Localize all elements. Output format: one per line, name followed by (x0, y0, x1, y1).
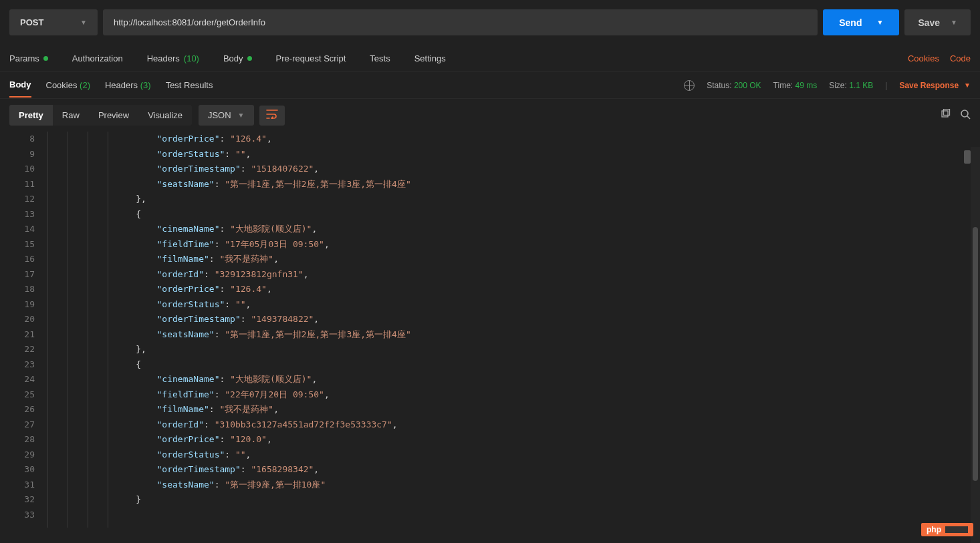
view-visualize[interactable]: Visualize (138, 105, 192, 126)
view-preview[interactable]: Preview (89, 105, 138, 126)
save-label: Save (918, 17, 940, 28)
response-body[interactable]: 8910111213141516171819202122232425262728… (0, 132, 980, 528)
tab-settings[interactable]: Settings (414, 53, 446, 63)
size-label: Size: (829, 81, 847, 90)
send-button[interactable]: Send ▼ (823, 9, 899, 35)
tab-params[interactable]: Params (9, 53, 48, 63)
copy-icon[interactable] (940, 109, 951, 122)
size-value: 1.1 KB (849, 81, 873, 90)
method-select[interactable]: POST ▼ (9, 9, 98, 35)
dot-icon (43, 56, 48, 61)
line-gutter: 8910111213141516171819202122232425262728… (0, 132, 47, 528)
cookies-link[interactable]: Cookies (908, 53, 939, 63)
response-tabs: Body Cookies (2) Headers (3) Test Result… (0, 71, 980, 98)
request-tabs: Params Authorization Headers (10) Body P… (0, 45, 980, 71)
format-select[interactable]: JSON ▼ (199, 105, 254, 126)
save-button[interactable]: Save ▼ (904, 9, 971, 35)
chevron-down-icon: ▼ (964, 81, 971, 89)
scrollbar-thumb[interactable] (973, 227, 978, 481)
svg-line-3 (967, 116, 970, 119)
chevron-down-icon[interactable]: ▼ (876, 19, 883, 26)
tab-body[interactable]: Body (223, 53, 252, 63)
time-label: Time: (773, 81, 793, 90)
resp-tab-body[interactable]: Body (9, 73, 31, 98)
chevron-down-icon: ▼ (80, 19, 87, 26)
svg-point-2 (961, 110, 968, 117)
search-icon[interactable] (960, 109, 971, 122)
chevron-down-icon[interactable]: ▼ (951, 19, 957, 26)
code-link[interactable]: Code (950, 53, 971, 63)
wrap-icon (266, 110, 278, 119)
method-label: POST (20, 17, 43, 27)
send-label: Send (839, 17, 862, 28)
status-label: Status: (707, 81, 731, 90)
code-content[interactable]: "orderPrice": "126.4", "orderStatus": ""… (47, 132, 980, 528)
resp-tab-headers[interactable]: Headers (3) (105, 73, 151, 97)
wrap-button[interactable] (259, 106, 285, 126)
tab-headers[interactable]: Headers (10) (147, 53, 199, 63)
url-input[interactable] (103, 9, 818, 35)
resp-tab-cookies[interactable]: Cookies (2) (46, 73, 90, 97)
svg-rect-1 (944, 109, 950, 115)
watermark: php (921, 523, 973, 536)
save-response-button[interactable]: Save Response▼ (899, 81, 971, 90)
tab-authorization[interactable]: Authorization (72, 53, 123, 63)
minimap-handle[interactable] (964, 150, 971, 164)
time-value: 49 ms (795, 81, 818, 90)
view-bar: Pretty Raw Preview Visualize JSON ▼ (0, 98, 980, 132)
status-value: 200 OK (734, 81, 761, 90)
resp-tab-tests[interactable]: Test Results (166, 73, 213, 97)
tab-prereq[interactable]: Pre-request Script (276, 53, 346, 63)
tab-tests[interactable]: Tests (370, 53, 390, 63)
chevron-down-icon: ▼ (238, 112, 245, 119)
globe-icon[interactable] (684, 80, 695, 91)
view-raw[interactable]: Raw (53, 105, 89, 126)
dot-icon (247, 56, 252, 61)
svg-rect-0 (942, 111, 948, 117)
view-pretty[interactable]: Pretty (9, 105, 53, 126)
